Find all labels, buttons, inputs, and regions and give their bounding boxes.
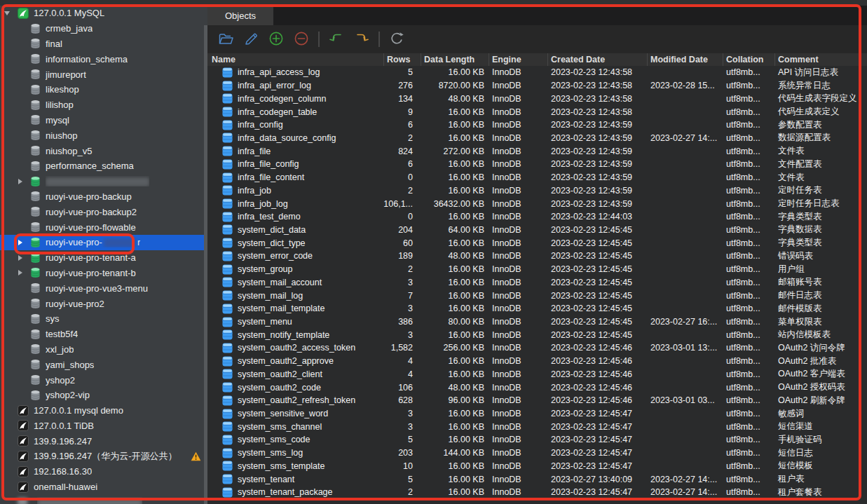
table-row-system_dict_data[interactable]: system_dict_data20464.00 KBInnoDB2023-02… bbox=[207, 224, 867, 237]
tree-item-yshop2-vip[interactable]: yshop2-vip bbox=[0, 388, 207, 403]
table-name-cell[interactable]: infra_config bbox=[207, 120, 383, 130]
table-name-cell[interactable]: infra_job_log bbox=[207, 198, 383, 209]
tab-objects[interactable]: Objects bbox=[207, 6, 273, 25]
tree-item-jimureport[interactable]: jimureport bbox=[0, 67, 207, 82]
table-row-system_oauth2_refresh_token[interactable]: system_oauth2_refresh_token62896.00 KBIn… bbox=[207, 394, 867, 407]
tree-item-xxl_job[interactable]: xxl_job bbox=[0, 342, 207, 357]
tree-item-127.0.0.1-mysql[interactable]: 127.0.0.1 MySQL bbox=[0, 6, 207, 21]
table-row-infra_api_error_log[interactable]: infra_api_error_log2768720.00 KBInnoDB20… bbox=[207, 79, 867, 93]
tree-item-niushop_v5[interactable]: niushop_v5 bbox=[0, 143, 207, 158]
table-row-system_tenant[interactable]: system_tenant516.00 KBInnoDB2023-02-27 1… bbox=[207, 472, 867, 486]
table-row-system_oauth2_code[interactable]: system_oauth2_code10648.00 KBInnoDB2023-… bbox=[207, 381, 867, 394]
table-row-infra_test_demo[interactable]: infra_test_demo016.00 KBInnoDB2023-02-23… bbox=[207, 210, 867, 224]
tree-item-139.9.196.247---[interactable]: 139.9.196.247（华为云-开源公共） bbox=[0, 449, 207, 464]
tree-item-192.168.16.30[interactable]: 192.168.16.30 bbox=[0, 464, 207, 479]
table-name-cell[interactable]: system_tenant_package bbox=[207, 487, 383, 498]
delete-table-button[interactable] bbox=[293, 31, 310, 48]
collapse-arrow-icon[interactable] bbox=[4, 11, 10, 15]
table-row-system_sms_log[interactable]: system_sms_log203144.00 KBInnoDB2023-02-… bbox=[207, 447, 867, 460]
tree-item-139.9.196.247[interactable]: 139.9.196.247 bbox=[0, 433, 207, 449]
tree-item-final[interactable]: final bbox=[0, 36, 207, 52]
table-row-system_dict_type[interactable]: system_dict_type6016.00 KBInnoDB2023-02-… bbox=[207, 236, 867, 250]
tree-item-ruoyi-vue-pro-flowable[interactable]: ruoyi-vue-pro-flowable bbox=[0, 219, 207, 235]
table-row-infra_codegen_column[interactable]: infra_codegen_column13448.00 KBInnoDB202… bbox=[207, 92, 867, 105]
table-row-system_mail_log[interactable]: system_mail_log716.00 KBInnoDB2023-02-23… bbox=[207, 289, 867, 302]
table-name-cell[interactable]: infra_codegen_column bbox=[207, 93, 383, 104]
tree-item-testb5f4[interactable]: testb5f4 bbox=[0, 327, 207, 342]
table-row-infra_api_access_log[interactable]: infra_api_access_log516.00 KBInnoDB2023-… bbox=[207, 66, 867, 79]
expand-arrow-icon[interactable] bbox=[18, 240, 22, 245]
tree-item-crmeb_java[interactable]: crmeb_java bbox=[0, 21, 207, 36]
table-row-system_oauth2_approve[interactable]: system_oauth2_approve416.00 KBInnoDB2023… bbox=[207, 355, 867, 368]
table-name-cell[interactable]: system_sms_channel bbox=[207, 421, 383, 432]
new-table-button[interactable] bbox=[268, 31, 285, 48]
table-name-cell[interactable]: infra_test_demo bbox=[207, 212, 383, 222]
tree-item-127.0.0.1-tidb[interactable]: 127.0.0.1 TiDB bbox=[0, 418, 207, 434]
table-row-infra_config[interactable]: infra_config616.00 KBInnoDB2023-02-23 12… bbox=[207, 118, 867, 132]
table-row-system_sms_code[interactable]: system_sms_code516.00 KBInnoDB2023-02-23… bbox=[207, 433, 867, 447]
tree-item-onemall-huawei[interactable]: onemall-huawei bbox=[0, 479, 207, 495]
table-name-cell[interactable]: system_oauth2_access_token bbox=[207, 343, 383, 353]
table-name-cell[interactable]: system_mail_template bbox=[207, 304, 383, 314]
table-name-cell[interactable]: infra_file_config bbox=[207, 159, 383, 170]
open-table-button[interactable] bbox=[217, 31, 234, 48]
tree-item-ruoyi-vue-pro-tenant-b[interactable]: ruoyi-vue-pro-tenant-b bbox=[0, 266, 207, 281]
tree-item-ruoyi-vue-pro-tenant-a[interactable]: ruoyi-vue-pro-tenant-a bbox=[0, 250, 207, 266]
table-row-infra_data_source_config[interactable]: infra_data_source_config216.00 KBInnoDB2… bbox=[207, 132, 867, 145]
export-wizard-button[interactable] bbox=[353, 31, 370, 48]
table-row-infra_file_config[interactable]: infra_file_config616.00 KBInnoDB2023-02-… bbox=[207, 158, 867, 171]
expand-arrow-icon[interactable] bbox=[18, 270, 22, 275]
tree-item-niushop[interactable]: niushop bbox=[0, 128, 207, 143]
design-table-button[interactable] bbox=[243, 31, 259, 48]
column-header-comment[interactable]: Comment bbox=[774, 53, 867, 66]
table-name-cell[interactable]: system_dict_data bbox=[207, 224, 383, 235]
tree-item-likeshop[interactable]: likeshop bbox=[0, 82, 207, 97]
table-row-system_tenant_package[interactable]: system_tenant_package216.00 KBInnoDB2023… bbox=[207, 486, 867, 499]
tree-item-performance_schema[interactable]: performance_schema bbox=[0, 158, 207, 174]
table-name-cell[interactable]: system_sensitive_word bbox=[207, 409, 383, 419]
table-name-cell[interactable]: infra_file_content bbox=[207, 172, 383, 183]
tree-item-yshop2[interactable]: yshop2 bbox=[0, 372, 207, 388]
tree-item-redacted[interactable] bbox=[0, 495, 207, 504]
tree-item-ruoyi-vue-pro2[interactable]: ruoyi-vue-pro2 bbox=[0, 296, 207, 311]
table-name-cell[interactable]: system_menu bbox=[207, 317, 383, 327]
import-wizard-button[interactable] bbox=[328, 31, 345, 48]
tree-item-yami_shops[interactable]: yami_shops bbox=[0, 357, 207, 372]
table-row-system_sms_channel[interactable]: system_sms_channel316.00 KBInnoDB2023-02… bbox=[207, 420, 867, 433]
table-row-infra_job_log[interactable]: infra_job_log106,1...36432.00 KBInnoDB20… bbox=[207, 197, 867, 210]
tree-item-ruoyi-vue-pro-[interactable]: ruoyi-vue-pro-r bbox=[0, 235, 207, 250]
expand-arrow-icon[interactable] bbox=[18, 255, 22, 261]
table-row-infra_file_content[interactable]: infra_file_content016.00 KBInnoDB2023-02… bbox=[207, 171, 867, 184]
table-name-cell[interactable]: infra_api_access_log bbox=[207, 67, 383, 78]
table-name-cell[interactable]: system_group bbox=[207, 264, 383, 275]
tree-item-lilishop[interactable]: lilishop bbox=[0, 97, 207, 113]
column-header-data-length[interactable]: Data Length bbox=[421, 53, 489, 66]
table-name-cell[interactable]: infra_job bbox=[207, 185, 383, 196]
table-row-system_menu[interactable]: system_menu38680.00 KBInnoDB2023-02-23 1… bbox=[207, 315, 867, 329]
table-row-system_group[interactable]: system_group216.00 KBInnoDB2023-02-23 12… bbox=[207, 263, 867, 276]
table-row-infra_job[interactable]: infra_job216.00 KBInnoDB2023-02-23 12:43… bbox=[207, 184, 867, 197]
table-name-cell[interactable]: infra_api_error_log bbox=[207, 81, 383, 91]
tree-item-ruoyi-vue-pro-backup[interactable]: ruoyi-vue-pro-backup bbox=[0, 189, 207, 205]
column-header-created-date[interactable]: Created Date bbox=[547, 53, 647, 66]
table-name-cell[interactable]: system_oauth2_refresh_token bbox=[207, 395, 383, 406]
table-row-system_oauth2_client[interactable]: system_oauth2_client416.00 KBInnoDB2023-… bbox=[207, 368, 867, 381]
table-name-cell[interactable]: system_sms_code bbox=[207, 435, 383, 445]
table-name-cell[interactable]: system_oauth2_client bbox=[207, 369, 383, 379]
sidebar-scrollbar[interactable] bbox=[204, 25, 207, 504]
table-name-cell[interactable]: system_sms_template bbox=[207, 461, 383, 471]
refresh-button[interactable] bbox=[388, 31, 405, 48]
table-row-infra_file[interactable]: infra_file824272.00 KBInnoDB2023-02-23 1… bbox=[207, 144, 867, 158]
table-name-cell[interactable]: infra_codegen_table bbox=[207, 107, 383, 117]
table-name-cell[interactable]: system_oauth2_code bbox=[207, 382, 383, 393]
table-name-cell[interactable]: infra_file bbox=[207, 146, 383, 156]
tree-item-ruoyi-vue-pro-vue3-menu[interactable]: ruoyi-vue-pro-vue3-menu bbox=[0, 280, 207, 296]
tree-item-redacted[interactable] bbox=[0, 174, 207, 189]
tree-item-127.0.0.1-mysql-demo[interactable]: 127.0.0.1 mysql demo bbox=[0, 403, 207, 418]
table-row-system_sensitive_word[interactable]: system_sensitive_word316.00 KBInnoDB2023… bbox=[207, 407, 867, 421]
table-name-cell[interactable]: infra_data_source_config bbox=[207, 132, 383, 143]
table-name-cell[interactable]: system_tenant bbox=[207, 474, 383, 484]
column-header-engine[interactable]: Engine bbox=[489, 53, 547, 66]
tree-item-ruoyi-vue-pro-backup2[interactable]: ruoyi-vue-pro-backup2 bbox=[0, 204, 207, 219]
table-row-system_notify_template[interactable]: system_notify_template316.00 KBInnoDB202… bbox=[207, 328, 867, 341]
